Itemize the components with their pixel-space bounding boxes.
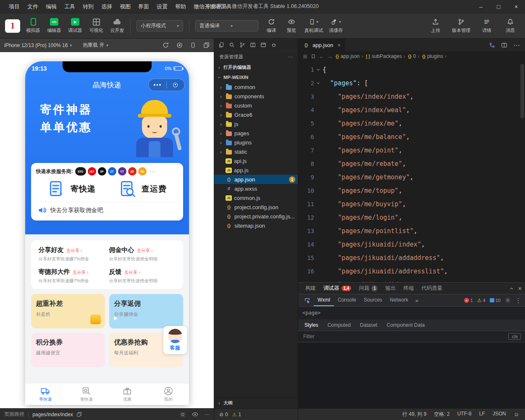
fold-icon[interactable] bbox=[314, 63, 323, 76]
tree-item[interactable]: JS common.js bbox=[214, 193, 298, 202]
tab-profile[interactable]: 我的 bbox=[148, 383, 189, 405]
debug-icon[interactable] bbox=[271, 42, 277, 48]
debugger-tab[interactable]: 调试器 1,4 bbox=[320, 283, 355, 294]
editor-scrollbar[interactable] bbox=[520, 64, 524, 118]
toolbar-button[interactable]: 调试器 bbox=[68, 18, 82, 34]
feedback-smiley-icon[interactable]: ☺ bbox=[514, 411, 519, 417]
status-item[interactable]: JSON bbox=[493, 411, 506, 418]
fold-icon[interactable] bbox=[314, 265, 323, 278]
share-item[interactable]: 反馈 去分享 分享好友寄快递佣金明细 bbox=[109, 268, 176, 284]
copy-icon[interactable] bbox=[76, 412, 82, 417]
fold-icon[interactable] bbox=[314, 211, 323, 224]
warning-count[interactable]: ⚠ 1 bbox=[232, 412, 241, 417]
theme-icon[interactable] bbox=[180, 412, 186, 417]
mode-select[interactable]: 小程序模式 ▾ bbox=[136, 20, 183, 32]
compile-button[interactable]: 编译 bbox=[264, 18, 278, 34]
inspector-tab[interactable]: Component Data bbox=[382, 319, 429, 331]
error-count[interactable]: ⊘ 0 bbox=[219, 412, 228, 417]
split-editor-icon[interactable] bbox=[250, 42, 256, 48]
console-warning-count[interactable]: ⚠ 4 bbox=[477, 298, 486, 303]
search-icon[interactable] bbox=[229, 42, 235, 48]
fold-icon[interactable] bbox=[314, 251, 323, 265]
promo-card-overweight[interactable]: 超重补差 补差价 bbox=[31, 294, 105, 328]
version-control-button[interactable]: 版本管理 bbox=[452, 18, 470, 34]
share-item[interactable]: 分享好友 去分享 分享好友寄快递赚7%佣金 bbox=[39, 246, 105, 262]
breadcrumb-item[interactable]: [ ] subPackages › bbox=[366, 53, 405, 59]
open-editors-section[interactable]: › 打开的编辑器 bbox=[214, 62, 298, 72]
tree-item[interactable]: › custom bbox=[214, 101, 298, 110]
devtools-tab[interactable]: Network bbox=[386, 294, 412, 306]
promo-banner[interactable]: 寄件神器 单单优惠 bbox=[25, 94, 189, 157]
customer-service-widget[interactable]: 客服 bbox=[163, 326, 187, 354]
bookmark-icon[interactable] bbox=[311, 54, 316, 59]
breadcrumb-item[interactable]: {} app.json › bbox=[336, 53, 363, 59]
status-item[interactable]: 行 49, 列 9 bbox=[402, 411, 426, 418]
fold-icon[interactable] bbox=[314, 278, 323, 282]
promo-card-points-coupon[interactable]: 积分换券 越用越便宜 bbox=[31, 333, 105, 367]
fold-icon[interactable] bbox=[314, 130, 323, 144]
forward-icon[interactable]: → bbox=[327, 53, 333, 60]
window-icon[interactable] bbox=[260, 42, 266, 48]
compile-mode-select[interactable]: 普通编译 ▾ bbox=[195, 20, 258, 32]
share-item-action[interactable]: 去分享 bbox=[66, 248, 82, 254]
tree-item[interactable]: JS app.js bbox=[214, 165, 298, 175]
status-item[interactable]: 空格: 2 bbox=[434, 411, 449, 418]
devtools-tab[interactable]: Sources bbox=[360, 294, 386, 306]
menu-item[interactable]: 项目 bbox=[5, 3, 24, 10]
menu-item[interactable]: 设置 bbox=[153, 3, 171, 10]
source-control-icon[interactable] bbox=[239, 42, 245, 48]
inspector-tab[interactable]: Dataset bbox=[355, 319, 382, 331]
toolbar-button[interactable]: 云开发 bbox=[110, 18, 124, 34]
toolbar-button[interactable]: 编辑器 bbox=[47, 18, 61, 34]
tree-item[interactable]: › plugins bbox=[214, 138, 298, 147]
toolbar-button[interactable]: 可视化 bbox=[89, 18, 103, 34]
promo-card-share-rebate[interactable]: 分享返佣 分享赚佣金 bbox=[109, 294, 183, 328]
split-editor-icon[interactable] bbox=[501, 42, 507, 48]
menu-item[interactable]: 界面 bbox=[134, 3, 153, 10]
compare-changes-icon[interactable] bbox=[489, 42, 495, 48]
debugger-tab[interactable]: 代码质量 bbox=[417, 283, 446, 294]
share-item[interactable]: 佣金中心 去分享 分享好友寄快递佣金明细 bbox=[109, 246, 176, 262]
tree-item[interactable]: › components bbox=[214, 92, 298, 101]
details-button[interactable]: 详情 bbox=[480, 18, 494, 34]
tree-item[interactable]: › common bbox=[214, 82, 298, 92]
breadcrumb-item[interactable]: {} 0 › bbox=[408, 53, 419, 59]
menu-item[interactable]: 帮助 bbox=[171, 3, 190, 10]
tab-app-json[interactable]: {} app.json × bbox=[298, 39, 346, 51]
record-icon[interactable] bbox=[176, 42, 183, 48]
rotate-icon[interactable] bbox=[163, 42, 169, 48]
devtools-tab[interactable]: Console bbox=[334, 294, 360, 306]
menu-item[interactable]: 视图 bbox=[116, 3, 134, 10]
tree-item[interactable]: {} project.private.config.js... bbox=[214, 212, 298, 221]
inspector-tab[interactable]: Styles bbox=[300, 319, 323, 331]
fold-icon[interactable] bbox=[314, 197, 323, 211]
fold-icon[interactable] bbox=[314, 224, 323, 238]
wxml-element-tree[interactable]: <page> bbox=[298, 307, 525, 319]
minimize-button[interactable]: – bbox=[472, 0, 490, 13]
fold-icon[interactable] bbox=[314, 103, 323, 117]
tree-item[interactable]: › static bbox=[214, 147, 298, 156]
fold-icon[interactable] bbox=[314, 157, 323, 171]
inspect-element-icon[interactable] bbox=[302, 297, 313, 304]
debugger-tab[interactable]: 输出 bbox=[381, 283, 399, 294]
detach-window-icon[interactable] bbox=[203, 42, 210, 48]
eye-icon[interactable] bbox=[192, 411, 198, 417]
fold-icon[interactable] bbox=[314, 238, 323, 251]
more-actions-icon[interactable]: ⋯ bbox=[288, 54, 293, 60]
menu-item[interactable]: 选择 bbox=[97, 3, 116, 10]
more-actions-icon[interactable]: ⋯ bbox=[513, 41, 520, 49]
collapse-panel-icon[interactable]: › bbox=[508, 287, 514, 289]
devtools-more-icon[interactable]: ⋮ bbox=[515, 297, 522, 304]
tree-item[interactable]: › js bbox=[214, 119, 298, 129]
close-button[interactable]: × bbox=[507, 0, 525, 13]
console-info-count[interactable]: 10 bbox=[490, 298, 501, 303]
devtools-tab[interactable]: Wxml bbox=[314, 294, 334, 306]
share-item-action[interactable]: 去分享 bbox=[73, 270, 89, 276]
back-icon[interactable]: ← bbox=[319, 53, 324, 60]
real-device-debug-button[interactable]: ▾ 真机调试 bbox=[304, 18, 323, 34]
project-root-item[interactable]: › MP-WEIXIN bbox=[214, 72, 298, 82]
more-icon[interactable]: ⋯ bbox=[205, 412, 210, 417]
share-tip-row[interactable]: 快去分享获取佣金吧 bbox=[36, 202, 178, 218]
fold-icon[interactable] bbox=[314, 171, 323, 184]
tree-item[interactable]: {} project.config.json bbox=[214, 202, 298, 212]
